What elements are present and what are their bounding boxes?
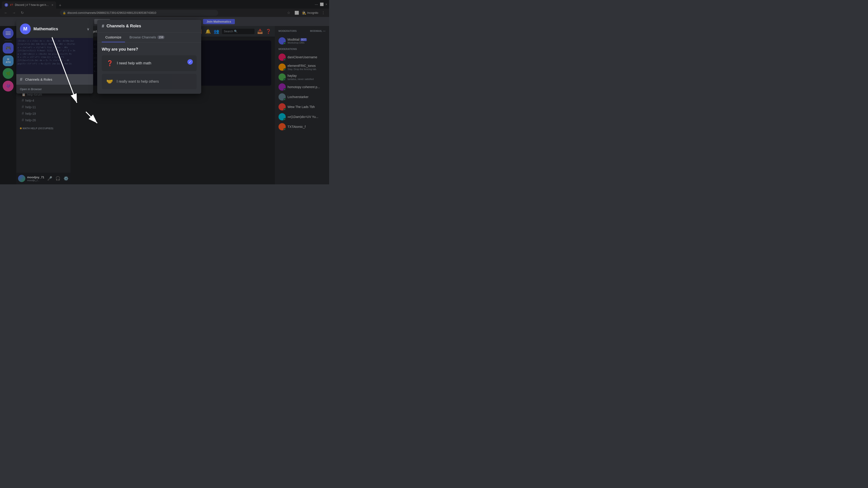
modal-header: # Channels & Roles <box>97 20 201 33</box>
modal-content: Why are you here? ❓ I need help with mat… <box>97 42 201 94</box>
why-heading: Why are you here? <box>102 47 197 52</box>
hash-icon-lg: # <box>20 77 22 82</box>
modal-tabs: Customize Browse Channels 158 <box>97 33 201 42</box>
tab-customize[interactable]: Customize <box>102 33 125 42</box>
math-formulas-dropdown: (3)(4)→ z = √(2x) dx = -4x DX = -4x -4√(… <box>16 38 93 67</box>
option-card-help-others[interactable]: 🤝 I really want to help others <box>102 74 197 89</box>
tab-browse-channels[interactable]: Browse Channels 158 <box>126 33 168 42</box>
server-dropdown-name: Mathematics <box>33 27 58 31</box>
server-dropdown: M Mathematics ∨ (3)(4)→ z = √(2x) dx = -… <box>16 20 93 94</box>
server-dropdown-header: M Mathematics ∨ <box>16 20 93 38</box>
option-icon-question: ❓ <box>106 60 113 66</box>
browse-channels-count: 158 <box>157 35 164 39</box>
option-check-icon: ✓ <box>187 59 193 65</box>
server-dropdown-banner: (3)(4)→ z = √(2x) dx = -4x DX = -4x -4√(… <box>16 38 93 74</box>
option-text-math-help: I need help with math <box>117 61 151 65</box>
modal-title: Channels & Roles <box>106 24 141 29</box>
option-text-help-others: I really want to help others <box>117 79 159 84</box>
option-icon-help: 🤝 <box>106 78 113 85</box>
channels-roles-label: Channels & Roles <box>25 77 52 81</box>
channels-roles-item[interactable]: # Channels & Roles <box>16 74 93 85</box>
option-card-math-help[interactable]: ❓ I need help with math ✓ <box>102 55 197 71</box>
channels-roles-modal: # Channels & Roles Customize Browse Chan… <box>97 20 201 94</box>
server-dropdown-icon: M <box>20 24 31 34</box>
modal-hash-icon: # <box>102 24 104 29</box>
server-dropdown-chevron-icon: ∨ <box>87 27 90 31</box>
open-in-browser-link[interactable]: Open in Browser <box>16 85 93 94</box>
